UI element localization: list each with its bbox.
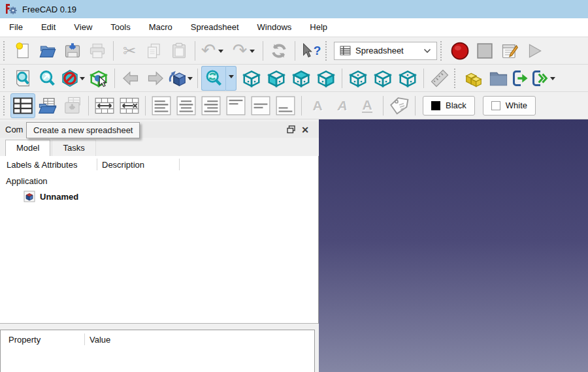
tab-tasks[interactable]: Tasks (52, 140, 95, 156)
copy-icon (145, 42, 163, 60)
freecad-window: FreeCAD 0.19 File Edit View Tools Macro … (0, 0, 588, 372)
merge-cells-button[interactable] (92, 93, 117, 118)
copy-button[interactable] (142, 39, 167, 63)
style-underline-button[interactable]: A (355, 93, 380, 118)
right-view-button[interactable] (314, 66, 338, 91)
tree-column-labels[interactable]: Labels & Attributes (0, 160, 97, 170)
toolbar-handle[interactable] (3, 69, 8, 88)
cut-button[interactable]: ✂ (117, 39, 142, 63)
white-swatch-icon (491, 101, 500, 110)
macro-execute-button[interactable] (522, 39, 547, 63)
bottom-view-button[interactable] (370, 66, 395, 91)
workbench-selector[interactable]: Spreadsheet (334, 42, 437, 60)
new-document-button[interactable] (10, 39, 35, 63)
menu-windows[interactable]: Windows (248, 18, 301, 37)
fit-selection-button[interactable] (35, 66, 60, 91)
import-spreadsheet-button[interactable] (35, 93, 60, 118)
create-group-button[interactable] (486, 66, 511, 91)
left-view-button[interactable] (395, 66, 420, 91)
navigate-forward-button[interactable] (143, 66, 168, 91)
axonometric-cube-icon (242, 69, 261, 88)
print-button[interactable] (85, 39, 110, 63)
toolbar-handle[interactable] (440, 41, 445, 61)
play-icon (526, 42, 543, 59)
undo-button[interactable]: ↶ (199, 39, 218, 63)
menu-view[interactable]: View (65, 18, 101, 37)
paste-button[interactable] (167, 39, 191, 63)
whats-this-button[interactable]: ? (299, 39, 323, 63)
navigate-back-button[interactable] (118, 66, 143, 91)
menu-macro[interactable]: Macro (140, 18, 182, 37)
top-view-button[interactable] (289, 66, 314, 91)
align-bottom-button[interactable] (273, 93, 298, 118)
menu-file[interactable]: File (0, 18, 32, 37)
tree-column-description[interactable]: Description (97, 160, 174, 170)
toolbar-separator (197, 69, 198, 88)
toolbar-separator (295, 41, 295, 61)
sync-view-button[interactable] (201, 66, 226, 91)
refresh-button[interactable] (267, 39, 291, 63)
measure-distance-button[interactable] (427, 66, 452, 91)
clipping-dropdown[interactable] (80, 77, 85, 83)
export-spreadsheet-button[interactable] (60, 93, 85, 118)
menu-edit[interactable]: Edit (32, 18, 65, 37)
foreground-color-button[interactable]: Black (423, 96, 475, 116)
link-dropdown[interactable] (550, 77, 555, 83)
toolbar-handle[interactable] (3, 41, 8, 61)
align-center-button[interactable] (174, 93, 199, 118)
open-folder-icon (39, 42, 57, 60)
style-italic-button[interactable]: A (330, 93, 355, 118)
split-cell-button[interactable] (117, 93, 142, 118)
rear-view-button[interactable] (346, 66, 370, 91)
box-selection-button[interactable] (86, 66, 111, 91)
style-bold-button[interactable]: A (305, 93, 330, 118)
float-panel-button[interactable] (284, 123, 298, 137)
toolbar-handle[interactable] (454, 69, 459, 88)
3d-viewport[interactable] (319, 119, 588, 372)
macro-stop-button[interactable] (472, 39, 497, 63)
open-document-button[interactable] (35, 39, 60, 63)
create-part-button[interactable] (461, 66, 486, 91)
sync-view-dropdown[interactable] (226, 66, 237, 91)
align-top-button[interactable] (223, 93, 248, 118)
menu-tools[interactable]: Tools (101, 18, 139, 37)
tree-item-document[interactable]: Unnamed (0, 189, 318, 204)
panel-splitter[interactable] (0, 324, 319, 330)
save-document-button[interactable] (60, 39, 85, 63)
create-spreadsheet-button[interactable] (10, 93, 35, 118)
background-color-button[interactable]: White (483, 96, 536, 116)
stop-icon (476, 42, 493, 59)
align-vcenter-button[interactable] (248, 93, 273, 118)
value-column[interactable]: Value (84, 335, 110, 345)
make-sub-link-button[interactable] (531, 66, 550, 91)
bottom-view-cube-icon (373, 69, 393, 88)
fit-all-button[interactable] (10, 66, 35, 91)
merge-cells-icon (95, 97, 114, 115)
tree-item-application[interactable]: Application (0, 173, 318, 189)
align-right-button[interactable] (199, 93, 223, 118)
paste-icon (170, 42, 188, 60)
tab-model[interactable]: Model (5, 140, 50, 156)
menu-spreadsheet[interactable]: Spreadsheet (182, 18, 248, 37)
align-left-button[interactable] (149, 93, 174, 118)
navigation-style-dropdown[interactable] (188, 77, 193, 83)
menu-help[interactable]: Help (301, 18, 336, 37)
make-link-button[interactable] (511, 66, 531, 91)
toolbar-handle[interactable] (325, 41, 330, 61)
redo-dropdown[interactable] (250, 50, 255, 55)
macro-edit-button[interactable] (497, 39, 522, 63)
link-icon (512, 69, 530, 87)
close-panel-button[interactable]: ✕ (298, 123, 312, 137)
navigation-style-button[interactable] (168, 66, 188, 91)
clipping-plane-button[interactable] (60, 66, 80, 91)
set-alias-button[interactable] (387, 93, 412, 118)
macro-record-button[interactable] (448, 39, 472, 63)
redo-button[interactable]: ↷ (230, 39, 250, 63)
undo-dropdown[interactable] (218, 50, 223, 55)
save-icon (63, 42, 82, 60)
toolbar-handle[interactable] (3, 96, 8, 116)
align-center-icon (176, 96, 196, 116)
front-view-button[interactable] (264, 66, 289, 91)
axonometric-view-button[interactable] (239, 66, 264, 91)
property-column[interactable]: Property (1, 335, 84, 345)
